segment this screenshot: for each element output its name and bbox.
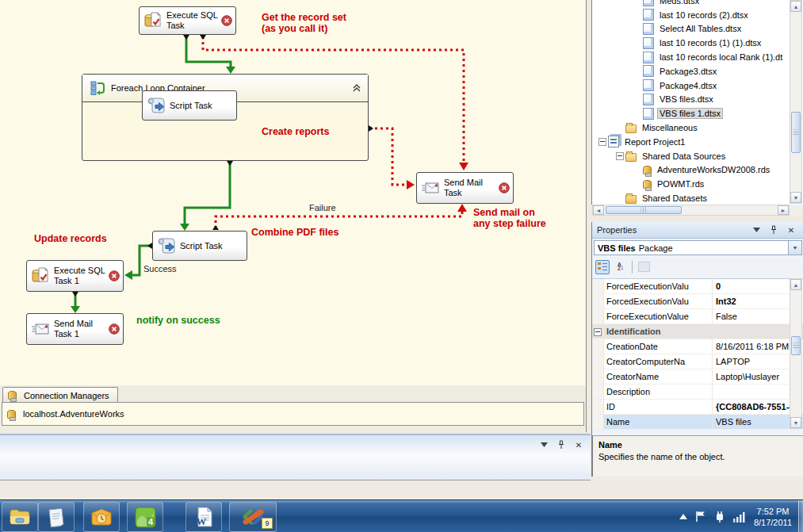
auto-hide-pin-icon[interactable] [556,439,567,450]
property-row-gutter [592,279,604,293]
tree-item[interactable]: AdventureWorksDW2008.rds [592,163,789,178]
solution-explorer-vscrollbar[interactable]: ▲ ▼ [790,0,802,204]
taskbar-clock[interactable]: 7:52 PM 8/17/2011 [754,506,798,528]
tree-item[interactable]: Shared Datasets [592,191,789,205]
annotation-update-records[interactable]: Update records [34,233,107,244]
tree-expander-icon[interactable] [632,0,643,6]
tree-item[interactable]: last 10 records (1) (1).dtsx [592,36,789,50]
tree-expander-icon[interactable] [632,80,643,90]
tree-item[interactable]: last 10 records (2).dtsx [592,8,789,22]
taskbar-button-green-app[interactable]: 4 [127,502,163,532]
bottom-panel-titlebar[interactable]: ✕ [0,434,591,455]
properties-vscrollbar[interactable]: ▲ ▼ [790,278,802,429]
tree-item[interactable]: Meds.dtsx [592,0,789,8]
scroll-thumb[interactable] [606,206,682,214]
scroll-left-button[interactable]: ◄ [593,205,604,215]
annotation-get-record-set[interactable]: Get the record set (as you call it) [262,12,346,35]
property-row[interactable]: ForcedExecutionValu Int32 [592,294,803,309]
scroll-down-button[interactable]: ▼ [790,417,801,428]
scroll-thumb[interactable] [791,336,801,355]
tree-item[interactable]: last 10 records local Rank (1).dt [592,50,789,64]
task-execute-sql-1[interactable]: Execute SQL Task 1 [26,260,124,292]
task-send-mail-1[interactable]: Send Mail Task 1 [26,313,124,345]
properties-object-dropdown[interactable]: VBS files Package ▼ [594,240,802,255]
tree-item[interactable]: Shared Data Sources [592,149,789,163]
property-row[interactable]: ID {CC808AD6-7551-40 [592,400,803,415]
network-signal-icon[interactable] [733,511,746,522]
annotation-notify-success[interactable]: notify on success [136,315,220,326]
tree-item[interactable]: Select All Tables.dtsx [592,22,789,36]
task-script-lower[interactable]: Script Task [152,231,247,261]
taskbar-button-visual-studio[interactable]: 9 [229,502,277,532]
tree-item[interactable]: Package3.dtsx [592,64,789,78]
action-center-flag-icon[interactable] [695,511,706,522]
close-icon[interactable]: ✕ [786,224,797,235]
property-row[interactable]: ForcedExecutionValu 0 [592,279,803,294]
auto-hide-pin-icon[interactable] [768,224,779,235]
tree-expander-icon[interactable] [614,151,625,161]
solution-explorer-tree: Meds.dtsx last 10 records (2).dtsx Selec… [592,0,789,205]
show-hidden-icons-icon[interactable] [679,514,687,519]
tree-expander-icon[interactable] [614,123,625,133]
annotation-create-reports[interactable]: Create reports [262,126,329,137]
taskbar-button-word[interactable]: W [185,502,222,532]
property-row[interactable]: Name VBS files [592,415,803,430]
tree-expander-icon[interactable] [632,10,643,20]
window-position-chevron-icon[interactable] [751,224,762,235]
control-flow-design-surface[interactable]: Execute SQL Task Foreach Loop Container [0,0,587,385]
taskbar-button-explorer[interactable] [2,502,38,532]
tree-item[interactable]: VBS files.dtsx [592,93,789,107]
tree-expander-icon[interactable] [632,94,643,105]
tree-item[interactable]: Report Project1 [592,135,789,149]
tree-item-label: VBS files.dtsx [657,94,716,104]
scroll-right-button[interactable]: ► [778,205,789,215]
power-plug-icon[interactable] [714,511,725,522]
task-send-mail[interactable]: Send Mail Task [416,172,514,204]
property-row[interactable]: Description [592,385,803,400]
property-row[interactable]: CreationDate 8/16/2011 6:18 PM [592,339,803,354]
scroll-thumb[interactable] [791,112,801,153]
close-icon[interactable]: ✕ [573,439,584,450]
tree-item[interactable]: POWMT.rds [592,177,789,191]
scroll-up-button[interactable]: ▲ [790,1,801,12]
scroll-down-button[interactable]: ▼ [790,192,801,203]
annotation-send-mail-failure[interactable]: Send mail on any step failure [473,207,546,230]
property-row[interactable]: ForceExecutionValue False [592,309,803,324]
window-position-chevron-icon[interactable] [538,439,549,450]
connection-managers-tab[interactable]: Connection Managers [2,387,118,403]
taskbar-button-outlook[interactable] [83,502,120,532]
container-foreach-loop[interactable]: Foreach Loop Container Script Task [82,74,369,161]
annotation-combine-pdf[interactable]: Combine PDF files [251,227,338,238]
tree-item-icon [643,0,654,6]
task-execute-sql[interactable]: Execute SQL Task [139,6,236,35]
tree-expander-icon[interactable] [614,193,625,204]
tree-item[interactable]: Miscellaneous [592,121,789,135]
categorized-button[interactable] [595,260,610,274]
property-pages-button[interactable] [637,260,651,274]
tree-expander-icon[interactable] [632,52,643,63]
tree-expander-icon[interactable] [597,136,608,147]
property-row[interactable]: Identification [592,324,803,339]
send-mail-icon [30,319,51,339]
sort-alphabetical-button[interactable]: AZ↓ [614,260,628,274]
taskbar-button-notepad[interactable] [38,502,75,532]
tree-expander-icon[interactable] [632,38,643,48]
tree-expander-icon[interactable] [632,66,643,76]
properties-titlebar[interactable]: Properties ✕ [592,222,803,239]
connection-manager-item[interactable]: localhost.AdventureWorks [23,409,124,419]
tree-item[interactable]: VBS files 1.dtsx [592,106,789,121]
tree-item[interactable]: Package4.dtsx [592,78,789,93]
property-row[interactable]: CreatorName Laptop\Huslayer [592,369,803,385]
tree-expander-icon[interactable] [632,24,643,34]
task-script-inner[interactable]: Script Task [142,90,237,121]
tree-expander-icon[interactable] [632,165,643,175]
collapse-chevron-icon[interactable] [352,83,361,93]
show-desktop-button[interactable] [798,500,803,532]
tree-expander-icon[interactable] [632,179,643,189]
solution-explorer-hscrollbar[interactable]: ◄ ► [592,205,790,216]
dropdown-arrow-icon[interactable]: ▼ [788,241,801,255]
property-name: ID [604,400,713,414]
scroll-up-button[interactable]: ▲ [790,279,801,290]
tree-expander-icon[interactable] [632,109,643,119]
property-row[interactable]: CreatorComputerNa LAPTOP [592,354,803,369]
